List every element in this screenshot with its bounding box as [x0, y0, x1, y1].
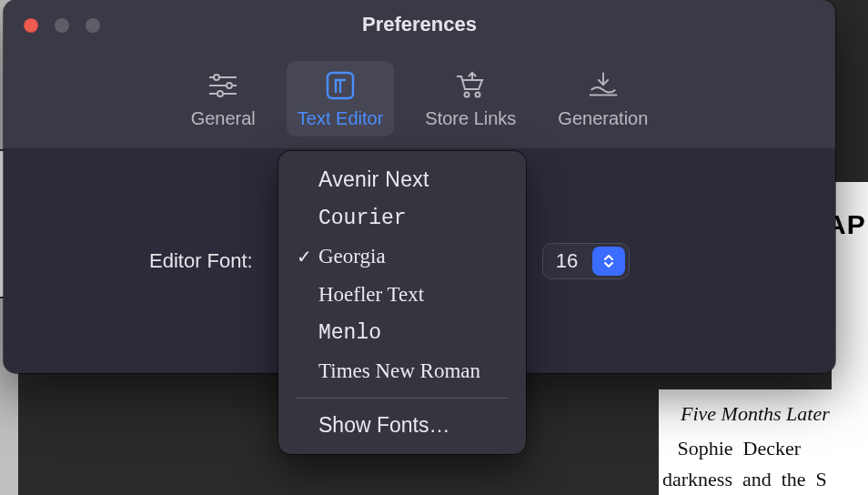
font-option-avenir-next[interactable]: Avenir Next [284, 160, 520, 199]
window-controls [24, 18, 100, 33]
svg-point-3 [227, 83, 232, 88]
background-doc-body: Sophie Decker darkness and the S [662, 433, 868, 495]
font-option-label: Hoefler Text [318, 283, 511, 307]
editor-font-label: Editor Font: [149, 249, 253, 273]
tab-generation[interactable]: Generation [547, 61, 659, 136]
tab-text-editor[interactable]: Text Editor [287, 61, 394, 136]
font-option-hoefler-text[interactable]: Hoefler Text [284, 276, 520, 314]
window-title: Preferences [4, 13, 835, 36]
tab-label: Text Editor [298, 108, 383, 129]
tab-general[interactable]: General [180, 61, 267, 136]
background-doc-heading: Five Months Later [662, 399, 868, 429]
svg-point-7 [465, 93, 469, 97]
tab-label: Generation [558, 108, 648, 129]
tab-label: General [191, 108, 256, 129]
font-option-label: Georgia [318, 245, 511, 268]
titlebar: Preferences [4, 0, 835, 49]
cart-icon [453, 70, 488, 101]
minimize-window-button[interactable] [55, 18, 69, 33]
font-option-label: Menlo [318, 321, 511, 345]
font-size-field[interactable]: 16 [542, 243, 630, 279]
text-editor-icon [323, 70, 358, 101]
tab-label: Store Links [425, 108, 516, 129]
menu-separator [297, 398, 508, 399]
svg-point-5 [217, 91, 223, 96]
tab-store-links[interactable]: Store Links [414, 61, 527, 136]
font-option-label: Courier [318, 207, 511, 230]
show-fonts-item[interactable]: Show Fonts… [284, 406, 520, 445]
background-doc-text: Five Months Later Sophie Decker darkness… [659, 389, 868, 495]
font-option-times-new-roman[interactable]: Times New Roman [284, 352, 520, 390]
chevrons-up-down-icon [601, 253, 617, 269]
font-option-menlo[interactable]: Menlo [284, 314, 520, 352]
show-fonts-label: Show Fonts… [318, 413, 511, 438]
preferences-toolbar: General Text Editor Store [4, 49, 835, 149]
font-dropdown-menu: Avenir Next Courier ✓ Georgia Hoefler Te… [278, 151, 526, 454]
svg-point-1 [214, 75, 219, 80]
check-icon: ✓ [297, 246, 318, 268]
font-option-courier[interactable]: Courier [284, 199, 520, 237]
font-option-label: Times New Roman [318, 359, 511, 383]
font-size-value: 16 [543, 249, 590, 273]
font-option-georgia[interactable]: ✓ Georgia [284, 237, 520, 276]
font-option-label: Avenir Next [318, 167, 511, 192]
svg-point-8 [476, 93, 480, 97]
close-window-button[interactable] [24, 18, 38, 33]
zoom-window-button[interactable] [86, 18, 100, 33]
generation-icon [586, 70, 621, 101]
sliders-icon [206, 70, 240, 101]
font-size-stepper[interactable] [592, 247, 625, 276]
